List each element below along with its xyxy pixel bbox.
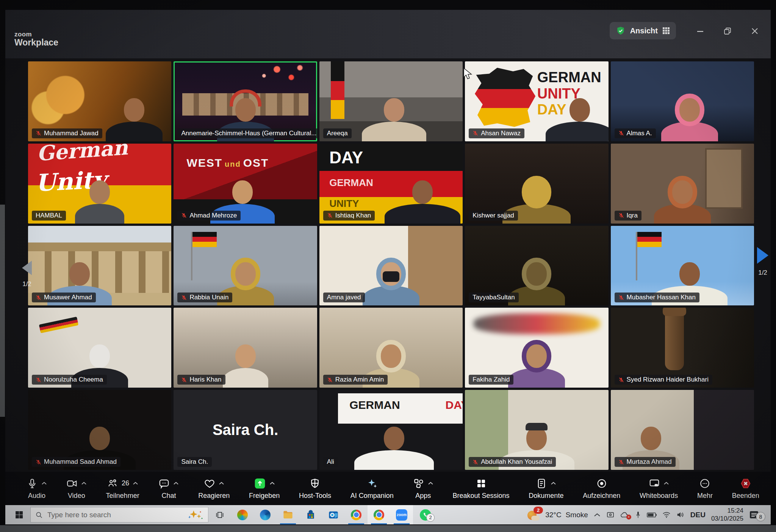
toolbar-whiteboards[interactable]: Whiteboards	[640, 477, 678, 500]
toolbar-chat[interactable]: Chat	[158, 477, 179, 500]
next-page-arrow[interactable]: 1/2	[757, 247, 768, 277]
chevron-up-icon[interactable]	[41, 482, 47, 485]
copilot-taskbar-icon[interactable]	[231, 505, 254, 524]
microphone-tray-icon[interactable]	[635, 511, 641, 519]
toolbar-video[interactable]: Video	[66, 477, 87, 500]
participant-tile[interactable]: Razia Amin Amin	[319, 308, 463, 388]
chrome-taskbar-icon-2[interactable]	[368, 505, 390, 524]
participant-tile[interactable]: DAY GERMAN UNITY Ishtiaq Khan	[319, 144, 463, 224]
shield-icon	[309, 478, 321, 489]
participant-tile[interactable]: Amna javed	[319, 226, 463, 306]
taskbar-search[interactable]	[30, 507, 208, 523]
participant-tile[interactable]: Abdullah Khan Yousafzai	[465, 390, 608, 470]
mic-icon	[27, 478, 38, 489]
chevron-up-icon[interactable]	[551, 482, 556, 485]
chevron-up-icon[interactable]	[269, 482, 275, 485]
sparkle-icon	[366, 478, 378, 489]
participant-tile[interactable]: Almas A.	[611, 61, 754, 141]
chevron-up-icon[interactable]	[133, 482, 138, 485]
page-indicator: 1/2	[757, 269, 768, 277]
participant-tile-no-video[interactable]: Saira Ch. Saira Ch.	[174, 390, 317, 470]
participant-tile[interactable]: Haris Khan	[174, 308, 317, 388]
toolbar-more[interactable]: Mehr	[697, 477, 713, 500]
participant-name-label: Razia Amin Amin	[323, 375, 388, 385]
participant-name-label: Syed Rizwan Haider Bukhari	[615, 375, 712, 385]
task-view-button[interactable]	[208, 505, 231, 524]
person-silhouette	[223, 339, 268, 388]
participant-tile[interactable]: Mubasher Hassan Khan	[611, 226, 754, 306]
chevron-up-icon[interactable]	[428, 482, 433, 485]
toolbar-ai-companion[interactable]: AI Companion	[350, 477, 394, 500]
whatsapp-icon: 2	[420, 509, 431, 521]
search-input[interactable]	[47, 510, 183, 519]
minimize-button[interactable]	[696, 27, 705, 36]
toolbar-breakout-sessions[interactable]: Breakout Sessions	[452, 477, 509, 500]
participant-tile[interactable]: Muhammad Saad Ahmad	[28, 390, 171, 470]
participant-tile[interactable]: Areeqa	[319, 61, 463, 141]
participant-name-label: Amna javed	[323, 293, 365, 302]
video-gallery: Muhammad Jawad Annemarie-Schimmel-Haus (…	[5, 58, 771, 472]
participant-tile[interactable]: German Unity HAMBAL	[28, 144, 171, 224]
edge-taskbar-icon[interactable]	[254, 505, 277, 524]
outlook-taskbar-icon[interactable]	[322, 505, 345, 524]
participant-tile[interactable]: Rabbia Unain	[174, 226, 317, 306]
participant-tile[interactable]: Musawer Ahmad	[28, 226, 171, 306]
german-flag-graphic	[191, 232, 192, 280]
notification-center[interactable]: 8	[749, 508, 765, 521]
tray-expand-chevron-icon[interactable]	[594, 513, 601, 517]
chevron-up-icon[interactable]	[173, 482, 179, 485]
toolbar-participants[interactable]: 26 Teilnehmer	[106, 477, 139, 500]
zoom-taskbar-icon[interactable]: zoom	[390, 505, 413, 524]
participant-tile[interactable]: GERMANDAY Ali	[319, 390, 463, 470]
participant-name-label: Rabbia Unain	[177, 293, 232, 302]
toolbar-apps[interactable]: Apps	[413, 477, 433, 500]
toolbar-record[interactable]: Aufzeichnen	[583, 477, 620, 500]
weather-temperature[interactable]: 32°C	[545, 511, 561, 519]
previous-page-arrow[interactable]: 1/2	[22, 261, 32, 288]
weather-icon[interactable]: 2	[527, 509, 540, 521]
participant-tile[interactable]: Muhammad Jawad	[28, 61, 171, 141]
battery-icon[interactable]	[647, 512, 657, 518]
gallery-grid-icon	[662, 27, 670, 34]
wifi-icon[interactable]	[662, 512, 671, 518]
participant-tile[interactable]: WESTundOST Ahmad Mehroze	[174, 144, 317, 224]
toolbar-host-tools[interactable]: Host-Tools	[299, 477, 331, 500]
onedrive-icon[interactable]: ×	[620, 512, 629, 518]
chevron-up-icon[interactable]	[663, 482, 669, 485]
toolbar-share-screen[interactable]: Freigeben	[249, 477, 280, 500]
toolbar-documents[interactable]: Dokumente	[529, 477, 563, 500]
participant-tile[interactable]: Iqra	[611, 144, 754, 224]
chevron-up-icon[interactable]	[219, 482, 224, 485]
start-button[interactable]	[8, 505, 30, 524]
cap-graphic	[526, 423, 548, 430]
video-banner-text: Unity	[34, 166, 107, 197]
participant-count: 26	[122, 479, 129, 487]
participant-tile[interactable]: TayyabaSultan	[465, 226, 608, 306]
participant-tile[interactable]: Fakiha Zahid	[465, 308, 608, 388]
view-button[interactable]: Ansicht	[610, 22, 676, 39]
chevron-up-icon[interactable]	[81, 482, 87, 485]
toolbar-leave-meeting[interactable]: Beenden	[732, 477, 759, 500]
microsoft-store-taskbar-icon[interactable]	[299, 505, 322, 524]
participant-tile[interactable]: Kishwer sajjad	[465, 144, 608, 224]
participant-tile[interactable]: GERMAN UNITY DAY Ahsan Nawaz	[465, 61, 608, 141]
whatsapp-taskbar-icon[interactable]: 2	[413, 505, 438, 524]
muted-mic-icon	[472, 459, 478, 465]
participant-tile[interactable]: Noorulzuha Cheema	[28, 308, 171, 388]
weather-condition[interactable]: Smoke	[566, 511, 588, 519]
language-indicator[interactable]: DEU	[690, 511, 706, 519]
chrome-taskbar-icon[interactable]	[345, 505, 368, 524]
toolbar-audio[interactable]: Audio	[27, 477, 47, 500]
file-explorer-taskbar-icon[interactable]	[277, 505, 299, 524]
volume-icon[interactable]	[676, 511, 685, 518]
participant-tile[interactable]: Murtaza Ahmad	[611, 390, 754, 470]
german-flag-graphic	[636, 232, 637, 280]
close-button[interactable]	[750, 27, 759, 36]
clock[interactable]: 15:24 03/10/2025	[711, 507, 743, 522]
participant-tile-active-speaker[interactable]: Annemarie-Schimmel-Haus (German Cultural…	[174, 61, 317, 141]
participant-tile[interactable]: Syed Rizwan Haider Bukhari	[611, 308, 754, 388]
share-screen-icon	[254, 477, 266, 490]
toolbar-reactions[interactable]: Reagieren	[198, 477, 230, 500]
restore-button[interactable]	[723, 27, 732, 36]
cast-display-icon[interactable]	[606, 511, 615, 519]
